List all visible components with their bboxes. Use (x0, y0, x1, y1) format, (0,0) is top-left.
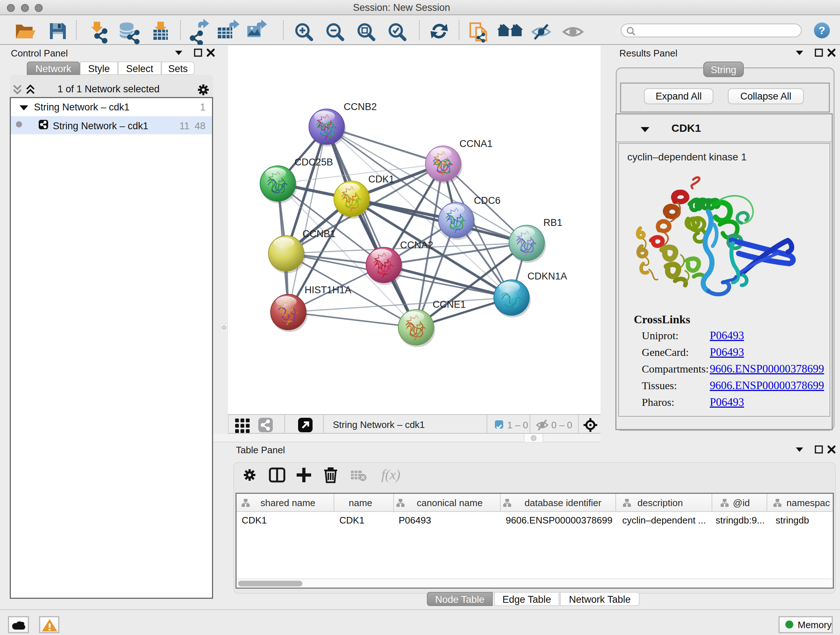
svg-text:CCNA2: CCNA2 (400, 240, 433, 250)
svg-text:CCNA1: CCNA1 (459, 138, 493, 149)
svg-text:CDK1: CDK1 (368, 174, 394, 185)
svg-text:database identifier: database identifier (524, 497, 602, 508)
svg-text:CCNB2: CCNB2 (344, 101, 377, 112)
svg-text:description: description (638, 497, 683, 508)
svg-text:canonical name: canonical name (417, 497, 483, 508)
svg-text:CDC25B: CDC25B (294, 157, 333, 168)
svg-text:RB1: RB1 (543, 217, 562, 228)
svg-text:f(x): f(x) (381, 467, 401, 483)
svg-text:shared name: shared name (261, 497, 316, 508)
svg-text:CDKN1A: CDKN1A (527, 271, 567, 282)
svg-text:namespac: namespac (786, 497, 830, 508)
svg-text:CCNB1: CCNB1 (302, 228, 336, 239)
svg-text:HIST1H1A: HIST1H1A (305, 285, 351, 295)
svg-text:CDC6: CDC6 (474, 195, 501, 206)
svg-text:@id: @id (733, 497, 750, 508)
svg-text:name: name (349, 497, 372, 508)
svg-text:CCNE1: CCNE1 (433, 299, 466, 310)
